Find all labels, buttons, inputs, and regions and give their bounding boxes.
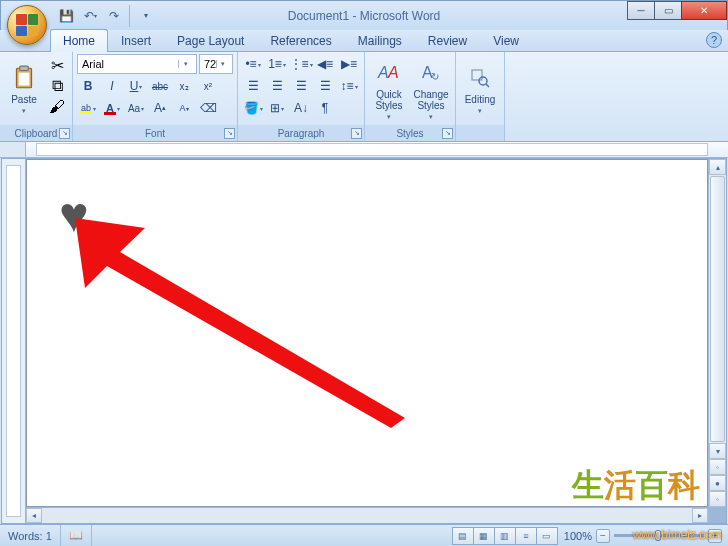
quick-styles-button[interactable]: AA Quick Styles ▾: [369, 54, 409, 125]
qat-customize[interactable]: ▾: [135, 5, 157, 27]
horizontal-ruler[interactable]: [0, 142, 728, 158]
bullets-icon: •≡: [245, 57, 256, 71]
qat-separator: [127, 5, 133, 27]
highlight-button[interactable]: ab: [77, 98, 99, 118]
sort-button[interactable]: A↓: [290, 98, 312, 118]
numbering-button[interactable]: 1≡: [266, 54, 288, 74]
font-size-combo[interactable]: 72▾: [199, 54, 233, 74]
help-button[interactable]: ?: [706, 32, 722, 48]
cut-button[interactable]: ✂: [48, 56, 66, 74]
font-launcher[interactable]: ↘: [224, 128, 235, 139]
underline-button[interactable]: U: [125, 76, 147, 96]
close-icon: ✕: [700, 5, 708, 16]
chevron-down-icon: ▾: [387, 113, 391, 121]
print-layout-view[interactable]: ▤: [452, 527, 474, 545]
editing-button[interactable]: Editing ▾: [460, 54, 500, 125]
vertical-ruler[interactable]: [2, 159, 26, 523]
align-left-icon: ☰: [248, 79, 259, 93]
full-screen-view[interactable]: ▦: [473, 527, 495, 545]
copy-button[interactable]: ⧉: [48, 77, 66, 95]
multilevel-button[interactable]: ⋮≡: [290, 54, 312, 74]
draft-view[interactable]: ▭: [536, 527, 558, 545]
strike-button[interactable]: abc: [149, 76, 171, 96]
decrease-indent-button[interactable]: ◀≡: [314, 54, 336, 74]
paragraph-launcher[interactable]: ↘: [351, 128, 362, 139]
font-color-swatch: [104, 112, 116, 115]
outline-view[interactable]: ≡: [515, 527, 537, 545]
tab-mailings[interactable]: Mailings: [345, 29, 415, 51]
styles-launcher[interactable]: ↘: [442, 128, 453, 139]
tab-home[interactable]: Home: [50, 29, 108, 52]
bullets-button[interactable]: •≡: [242, 54, 264, 74]
web-layout-view[interactable]: ▥: [494, 527, 516, 545]
redo-icon: ↷: [109, 9, 119, 23]
quick-styles-label: Quick Styles: [371, 89, 407, 111]
format-painter-button[interactable]: 🖌: [48, 98, 66, 116]
save-button[interactable]: 💾: [55, 5, 77, 27]
status-words[interactable]: Words: 1: [0, 525, 61, 546]
maximize-button[interactable]: ▭: [654, 1, 682, 20]
ruler-track[interactable]: [36, 143, 708, 156]
borders-icon: ⊞: [270, 101, 280, 115]
clear-formatting-button[interactable]: ⌫: [197, 98, 219, 118]
change-styles-label: Change Styles: [413, 89, 449, 111]
horizontal-scrollbar[interactable]: ◂ ▸: [26, 507, 708, 523]
quick-access-toolbar: 💾 ↶▾ ↷ ▾: [55, 5, 157, 27]
scroll-up-button[interactable]: ▴: [709, 159, 726, 175]
shading-button[interactable]: 🪣: [242, 98, 264, 118]
change-styles-button[interactable]: A↻ Change Styles ▾: [411, 54, 451, 125]
scroll-right-button[interactable]: ▸: [692, 508, 708, 523]
zoom-level[interactable]: 100%: [564, 530, 592, 542]
bold-button[interactable]: B: [77, 76, 99, 96]
editing-label: Editing: [465, 94, 496, 105]
group-clipboard: Paste ▾ ✂ ⧉ 🖌 Clipboard↘: [0, 52, 73, 141]
prev-page-button[interactable]: ◦: [709, 459, 726, 475]
zoom-out-button[interactable]: −: [596, 529, 610, 543]
svg-marker-10: [75, 218, 405, 428]
align-right-button[interactable]: ☰: [290, 76, 312, 96]
borders-button[interactable]: ⊞: [266, 98, 288, 118]
italic-button[interactable]: I: [101, 76, 123, 96]
close-button[interactable]: ✕: [681, 1, 727, 20]
next-page-button[interactable]: ◦: [709, 491, 726, 507]
tab-references[interactable]: References: [257, 29, 344, 51]
shrink-font-button[interactable]: A▾: [173, 98, 195, 118]
group-font: Arial▾ 72▾ B I U abc x₂ x² ab A Aa A▴ A▾: [73, 52, 238, 141]
scroll-down-button[interactable]: ▾: [709, 443, 726, 459]
tab-page-layout[interactable]: Page Layout: [164, 29, 257, 51]
show-marks-button[interactable]: ¶: [314, 98, 336, 118]
change-case-button[interactable]: Aa: [125, 98, 147, 118]
clipboard-launcher[interactable]: ↘: [59, 128, 70, 139]
align-right-icon: ☰: [296, 79, 307, 93]
grow-font-button[interactable]: A▴: [149, 98, 171, 118]
line-spacing-button[interactable]: ↕≡: [338, 76, 360, 96]
tab-review[interactable]: Review: [415, 29, 480, 51]
redo-button[interactable]: ↷: [103, 5, 125, 27]
subscript-button[interactable]: x₂: [173, 76, 195, 96]
tab-view[interactable]: View: [480, 29, 532, 51]
cut-icon: ✂: [51, 56, 64, 75]
scroll-left-button[interactable]: ◂: [26, 508, 42, 523]
vertical-scrollbar[interactable]: ▴ ▾ ◦ ● ◦: [708, 159, 726, 507]
tab-insert[interactable]: Insert: [108, 29, 164, 51]
font-color-button[interactable]: A: [101, 98, 123, 118]
justify-icon: ☰: [320, 79, 331, 93]
ribbon-tabs: Home Insert Page Layout References Maili…: [0, 30, 728, 52]
document-page[interactable]: ♥: [26, 159, 708, 507]
office-button[interactable]: [7, 5, 47, 45]
svg-point-8: [479, 77, 487, 85]
paste-button[interactable]: Paste ▾: [4, 54, 44, 125]
scroll-thumb[interactable]: [710, 176, 725, 442]
undo-button[interactable]: ↶▾: [79, 5, 101, 27]
bucket-icon: 🪣: [244, 101, 259, 115]
brush-icon: 🖌: [49, 98, 65, 116]
justify-button[interactable]: ☰: [314, 76, 336, 96]
font-name-combo[interactable]: Arial▾: [77, 54, 197, 74]
status-proofing[interactable]: 📖: [61, 525, 92, 546]
minimize-button[interactable]: ─: [627, 1, 655, 20]
increase-indent-button[interactable]: ▶≡: [338, 54, 360, 74]
align-left-button[interactable]: ☰: [242, 76, 264, 96]
browse-object-button[interactable]: ●: [709, 475, 726, 491]
align-center-button[interactable]: ☰: [266, 76, 288, 96]
superscript-button[interactable]: x²: [197, 76, 219, 96]
